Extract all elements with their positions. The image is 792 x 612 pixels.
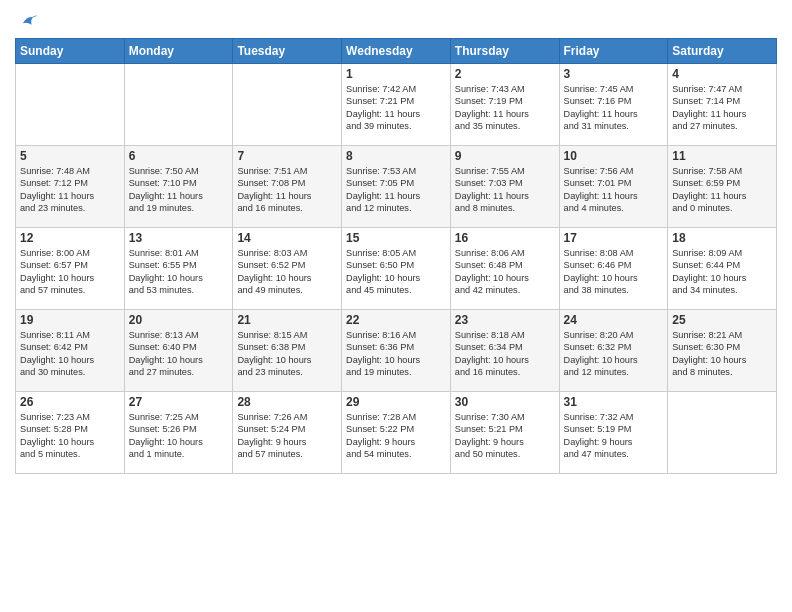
day-info: Sunrise: 7:47 AM Sunset: 7:14 PM Dayligh… xyxy=(672,83,772,133)
day-number: 12 xyxy=(20,231,120,245)
calendar-cell: 6Sunrise: 7:50 AM Sunset: 7:10 PM Daylig… xyxy=(124,146,233,228)
calendar-cell: 21Sunrise: 8:15 AM Sunset: 6:38 PM Dayli… xyxy=(233,310,342,392)
day-info: Sunrise: 7:45 AM Sunset: 7:16 PM Dayligh… xyxy=(564,83,664,133)
day-info: Sunrise: 7:53 AM Sunset: 7:05 PM Dayligh… xyxy=(346,165,446,215)
day-number: 11 xyxy=(672,149,772,163)
day-info: Sunrise: 7:50 AM Sunset: 7:10 PM Dayligh… xyxy=(129,165,229,215)
day-info: Sunrise: 8:16 AM Sunset: 6:36 PM Dayligh… xyxy=(346,329,446,379)
day-number: 13 xyxy=(129,231,229,245)
day-info: Sunrise: 8:20 AM Sunset: 6:32 PM Dayligh… xyxy=(564,329,664,379)
day-info: Sunrise: 8:15 AM Sunset: 6:38 PM Dayligh… xyxy=(237,329,337,379)
day-number: 19 xyxy=(20,313,120,327)
calendar-cell: 30Sunrise: 7:30 AM Sunset: 5:21 PM Dayli… xyxy=(450,392,559,474)
calendar-day-header: Wednesday xyxy=(342,39,451,64)
day-info: Sunrise: 8:01 AM Sunset: 6:55 PM Dayligh… xyxy=(129,247,229,297)
day-number: 25 xyxy=(672,313,772,327)
calendar-cell: 7Sunrise: 7:51 AM Sunset: 7:08 PM Daylig… xyxy=(233,146,342,228)
day-info: Sunrise: 7:25 AM Sunset: 5:26 PM Dayligh… xyxy=(129,411,229,461)
day-number: 8 xyxy=(346,149,446,163)
calendar-cell: 8Sunrise: 7:53 AM Sunset: 7:05 PM Daylig… xyxy=(342,146,451,228)
day-info: Sunrise: 7:42 AM Sunset: 7:21 PM Dayligh… xyxy=(346,83,446,133)
calendar-day-header: Saturday xyxy=(668,39,777,64)
day-number: 16 xyxy=(455,231,555,245)
calendar-week-row: 19Sunrise: 8:11 AM Sunset: 6:42 PM Dayli… xyxy=(16,310,777,392)
calendar-day-header: Friday xyxy=(559,39,668,64)
calendar-day-header: Tuesday xyxy=(233,39,342,64)
calendar-day-header: Thursday xyxy=(450,39,559,64)
calendar-cell: 14Sunrise: 8:03 AM Sunset: 6:52 PM Dayli… xyxy=(233,228,342,310)
day-number: 3 xyxy=(564,67,664,81)
day-info: Sunrise: 7:28 AM Sunset: 5:22 PM Dayligh… xyxy=(346,411,446,461)
day-info: Sunrise: 7:51 AM Sunset: 7:08 PM Dayligh… xyxy=(237,165,337,215)
calendar-cell: 19Sunrise: 8:11 AM Sunset: 6:42 PM Dayli… xyxy=(16,310,125,392)
calendar-cell: 11Sunrise: 7:58 AM Sunset: 6:59 PM Dayli… xyxy=(668,146,777,228)
day-number: 4 xyxy=(672,67,772,81)
calendar-cell: 22Sunrise: 8:16 AM Sunset: 6:36 PM Dayli… xyxy=(342,310,451,392)
day-number: 29 xyxy=(346,395,446,409)
day-number: 23 xyxy=(455,313,555,327)
day-number: 1 xyxy=(346,67,446,81)
calendar-cell: 17Sunrise: 8:08 AM Sunset: 6:46 PM Dayli… xyxy=(559,228,668,310)
calendar-day-header: Monday xyxy=(124,39,233,64)
day-number: 21 xyxy=(237,313,337,327)
day-info: Sunrise: 8:08 AM Sunset: 6:46 PM Dayligh… xyxy=(564,247,664,297)
calendar-cell: 15Sunrise: 8:05 AM Sunset: 6:50 PM Dayli… xyxy=(342,228,451,310)
calendar-cell xyxy=(124,64,233,146)
calendar-cell: 26Sunrise: 7:23 AM Sunset: 5:28 PM Dayli… xyxy=(16,392,125,474)
calendar-week-row: 12Sunrise: 8:00 AM Sunset: 6:57 PM Dayli… xyxy=(16,228,777,310)
calendar-cell: 1Sunrise: 7:42 AM Sunset: 7:21 PM Daylig… xyxy=(342,64,451,146)
day-number: 28 xyxy=(237,395,337,409)
day-info: Sunrise: 8:06 AM Sunset: 6:48 PM Dayligh… xyxy=(455,247,555,297)
day-number: 31 xyxy=(564,395,664,409)
calendar-cell: 27Sunrise: 7:25 AM Sunset: 5:26 PM Dayli… xyxy=(124,392,233,474)
calendar-cell: 5Sunrise: 7:48 AM Sunset: 7:12 PM Daylig… xyxy=(16,146,125,228)
calendar-cell: 23Sunrise: 8:18 AM Sunset: 6:34 PM Dayli… xyxy=(450,310,559,392)
calendar-cell: 28Sunrise: 7:26 AM Sunset: 5:24 PM Dayli… xyxy=(233,392,342,474)
day-info: Sunrise: 7:43 AM Sunset: 7:19 PM Dayligh… xyxy=(455,83,555,133)
calendar-cell: 3Sunrise: 7:45 AM Sunset: 7:16 PM Daylig… xyxy=(559,64,668,146)
calendar-week-row: 26Sunrise: 7:23 AM Sunset: 5:28 PM Dayli… xyxy=(16,392,777,474)
calendar-cell: 12Sunrise: 8:00 AM Sunset: 6:57 PM Dayli… xyxy=(16,228,125,310)
calendar-cell: 31Sunrise: 7:32 AM Sunset: 5:19 PM Dayli… xyxy=(559,392,668,474)
day-number: 10 xyxy=(564,149,664,163)
calendar-cell: 9Sunrise: 7:55 AM Sunset: 7:03 PM Daylig… xyxy=(450,146,559,228)
day-info: Sunrise: 8:21 AM Sunset: 6:30 PM Dayligh… xyxy=(672,329,772,379)
day-number: 30 xyxy=(455,395,555,409)
calendar-cell: 10Sunrise: 7:56 AM Sunset: 7:01 PM Dayli… xyxy=(559,146,668,228)
calendar-cell: 18Sunrise: 8:09 AM Sunset: 6:44 PM Dayli… xyxy=(668,228,777,310)
day-number: 7 xyxy=(237,149,337,163)
day-info: Sunrise: 8:11 AM Sunset: 6:42 PM Dayligh… xyxy=(20,329,120,379)
calendar-cell xyxy=(16,64,125,146)
day-info: Sunrise: 8:03 AM Sunset: 6:52 PM Dayligh… xyxy=(237,247,337,297)
day-number: 9 xyxy=(455,149,555,163)
day-number: 27 xyxy=(129,395,229,409)
calendar-cell: 20Sunrise: 8:13 AM Sunset: 6:40 PM Dayli… xyxy=(124,310,233,392)
calendar-cell: 24Sunrise: 8:20 AM Sunset: 6:32 PM Dayli… xyxy=(559,310,668,392)
calendar-cell xyxy=(668,392,777,474)
calendar-cell: 4Sunrise: 7:47 AM Sunset: 7:14 PM Daylig… xyxy=(668,64,777,146)
page-header xyxy=(15,10,777,32)
day-info: Sunrise: 8:00 AM Sunset: 6:57 PM Dayligh… xyxy=(20,247,120,297)
day-info: Sunrise: 7:26 AM Sunset: 5:24 PM Dayligh… xyxy=(237,411,337,461)
calendar-cell: 13Sunrise: 8:01 AM Sunset: 6:55 PM Dayli… xyxy=(124,228,233,310)
day-info: Sunrise: 8:13 AM Sunset: 6:40 PM Dayligh… xyxy=(129,329,229,379)
day-info: Sunrise: 7:55 AM Sunset: 7:03 PM Dayligh… xyxy=(455,165,555,215)
calendar-day-header: Sunday xyxy=(16,39,125,64)
day-info: Sunrise: 8:18 AM Sunset: 6:34 PM Dayligh… xyxy=(455,329,555,379)
calendar-cell: 2Sunrise: 7:43 AM Sunset: 7:19 PM Daylig… xyxy=(450,64,559,146)
calendar-header-row: SundayMondayTuesdayWednesdayThursdayFrid… xyxy=(16,39,777,64)
calendar-table: SundayMondayTuesdayWednesdayThursdayFrid… xyxy=(15,38,777,474)
calendar-cell: 29Sunrise: 7:28 AM Sunset: 5:22 PM Dayli… xyxy=(342,392,451,474)
day-number: 2 xyxy=(455,67,555,81)
day-info: Sunrise: 7:48 AM Sunset: 7:12 PM Dayligh… xyxy=(20,165,120,215)
day-info: Sunrise: 7:30 AM Sunset: 5:21 PM Dayligh… xyxy=(455,411,555,461)
calendar-cell: 16Sunrise: 8:06 AM Sunset: 6:48 PM Dayli… xyxy=(450,228,559,310)
day-number: 5 xyxy=(20,149,120,163)
day-number: 26 xyxy=(20,395,120,409)
day-info: Sunrise: 8:05 AM Sunset: 6:50 PM Dayligh… xyxy=(346,247,446,297)
day-number: 22 xyxy=(346,313,446,327)
logo-bird-icon xyxy=(17,10,39,32)
logo xyxy=(15,10,39,32)
calendar-cell xyxy=(233,64,342,146)
day-number: 17 xyxy=(564,231,664,245)
